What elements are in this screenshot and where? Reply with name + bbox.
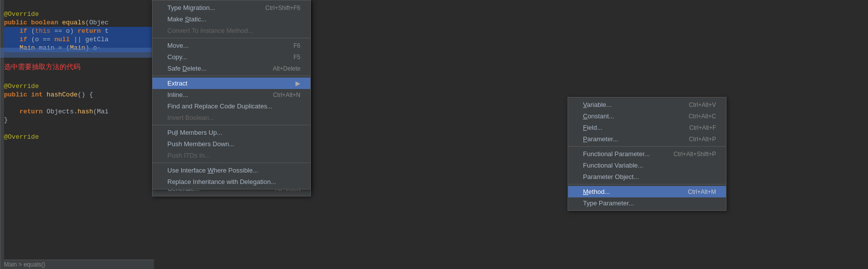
menu-item-inline[interactable]: Inline... Ctrl+Alt+N: [152, 89, 310, 100]
editor-hint: 选中需要抽取方法的代码: [0, 61, 154, 74]
menu-item-functional-variable-label: Functional Variable...: [583, 162, 716, 169]
menu-item-field[interactable]: Field... Ctrl+Alt+F: [568, 122, 726, 133]
editor-line: @Override: [0, 82, 154, 90]
menu-item-pull-members-up-label: Pull Members Up...: [167, 129, 300, 136]
menu-item-replace-inheritance-label: Replace Inheritance with Delegation...: [167, 178, 300, 185]
editor-line: [0, 99, 154, 107]
editor-line: @Override: [0, 133, 154, 141]
editor-line: [0, 74, 154, 82]
menu-item-extract-label: Extract: [167, 80, 291, 87]
menu-item-copy-refactor-shortcut: F5: [293, 54, 300, 61]
context-menu-refactor: Type Migration... Ctrl+Shift+F6 Make Sta…: [152, 0, 311, 189]
menu-item-safe-delete-shortcut: Alt+Delete: [273, 65, 300, 72]
menu-item-use-interface-label: Use Interface Where Possible...: [167, 167, 300, 174]
menu-item-extract[interactable]: Extract ▶: [152, 78, 310, 89]
menu-item-type-migration-label: Type Migration...: [167, 4, 245, 11]
menu-separator: [152, 38, 310, 38]
menu-item-use-interface[interactable]: Use Interface Where Possible...: [152, 165, 310, 176]
editor-scrollbar[interactable]: [0, 0, 4, 269]
editor-line: }: [0, 116, 154, 124]
menu-item-push-itds-label: Push ITDs In...: [167, 152, 300, 159]
menu-item-constant[interactable]: Constant... Ctrl+Alt+C: [568, 110, 726, 122]
code-editor: @Override public boolean equals(Objec if…: [0, 0, 154, 269]
menu-item-find-replace-duplicates-label: Find and Replace Code Duplicates...: [167, 102, 300, 110]
menu-item-inline-shortcut: Ctrl+Alt+N: [273, 91, 300, 98]
menu-item-move-label: Move...: [167, 42, 274, 49]
menu-item-type-parameter-label: Type Parameter...: [583, 199, 716, 207]
editor-line: [0, 124, 154, 133]
editor-line-selected: if (o == null || getCla: [0, 35, 154, 44]
menu-item-safe-delete[interactable]: Safe Delete... Alt+Delete: [152, 63, 310, 74]
menu-item-invert-boolean-label: Invert Boolean...: [167, 114, 300, 121]
menu-item-field-shortcut: Ctrl+Alt+F: [689, 124, 716, 131]
editor-line: @Override: [0, 10, 154, 18]
menu-item-find-replace-duplicates[interactable]: Find and Replace Code Duplicates...: [152, 100, 310, 112]
menu-item-functional-parameter[interactable]: Functional Parameter... Ctrl+Alt+Shift+P: [568, 148, 726, 160]
menu-item-convert-instance: Convert To Instance Method...: [152, 25, 310, 36]
editor-line: public int hashCode() {: [0, 90, 154, 99]
menu-item-variable-shortcut: Ctrl+Alt+V: [689, 101, 716, 108]
menu-item-pull-members-up[interactable]: Pull Members Up...: [152, 127, 310, 138]
selection-highlight: [0, 48, 154, 58]
menu-item-make-static[interactable]: Make Static...: [152, 13, 310, 25]
menu-item-type-migration[interactable]: Type Migration... Ctrl+Shift+F6: [152, 2, 310, 13]
menu-separator: [152, 76, 310, 76]
menu-item-parameter-label: Parameter...: [583, 135, 669, 143]
menu-item-inline-label: Inline...: [167, 91, 253, 98]
menu-item-variable[interactable]: Variable... Ctrl+Alt+V: [568, 99, 726, 110]
menu-item-parameter-object-label: Parameter Object...: [583, 173, 716, 180]
menu-item-move[interactable]: Move... F6: [152, 40, 310, 51]
status-bar: Main > equals(): [0, 260, 154, 269]
menu-item-type-parameter[interactable]: Type Parameter...: [568, 197, 726, 209]
menu-item-functional-parameter-label: Functional Parameter...: [583, 150, 653, 158]
menu-separator: [152, 125, 310, 125]
menu-item-push-members-down[interactable]: Push Members Down...: [152, 138, 310, 150]
menu-item-push-itds: Push ITDs In...: [152, 150, 310, 161]
menu-separator: [568, 184, 726, 184]
menu-item-functional-parameter-shortcut: Ctrl+Alt+Shift+P: [673, 151, 716, 158]
menu-item-make-static-label: Make Static...: [167, 15, 300, 23]
menu-item-move-shortcut: F6: [293, 42, 300, 49]
menu-item-method-shortcut: Ctrl+Alt+M: [688, 188, 716, 195]
menu-item-type-migration-shortcut: Ctrl+Shift+F6: [265, 4, 300, 11]
menu-item-safe-delete-label: Safe Delete...: [167, 65, 253, 72]
menu-item-push-members-down-label: Push Members Down...: [167, 140, 300, 148]
menu-item-parameter-object[interactable]: Parameter Object...: [568, 171, 726, 182]
menu-item-method-label: Method...: [583, 188, 668, 195]
menu-item-constant-shortcut: Ctrl+Alt+C: [689, 113, 716, 120]
menu-item-copy-refactor-label: Copy...: [167, 53, 274, 61]
menu-item-convert-instance-label: Convert To Instance Method...: [167, 27, 300, 34]
submenu-arrow-icon: ▶: [295, 80, 300, 87]
menu-item-functional-variable[interactable]: Functional Variable...: [568, 160, 726, 171]
menu-item-parameter-shortcut: Ctrl+Alt+P: [689, 136, 716, 143]
menu-item-replace-inheritance[interactable]: Replace Inheritance with Delegation...: [152, 176, 310, 187]
menu-separator: [152, 163, 310, 163]
menu-item-copy-refactor[interactable]: Copy... F5: [152, 51, 310, 63]
menu-item-invert-boolean: Invert Boolean...: [152, 112, 310, 123]
menu-item-variable-label: Variable...: [583, 101, 669, 108]
menu-separator: [568, 146, 726, 147]
menu-item-constant-label: Constant...: [583, 112, 669, 120]
menu-item-field-label: Field...: [583, 124, 669, 131]
menu-item-parameter[interactable]: Parameter... Ctrl+Alt+P: [568, 133, 726, 145]
context-menu-extract: Variable... Ctrl+Alt+V Constant... Ctrl+…: [568, 97, 726, 211]
editor-line-selected: if (this == o) return t: [0, 27, 154, 35]
menu-item-method[interactable]: Method... Ctrl+Alt+M: [568, 186, 726, 197]
editor-line: return Objects.hash(Mai: [0, 107, 154, 116]
editor-line: public boolean equals(Objec: [0, 18, 154, 27]
